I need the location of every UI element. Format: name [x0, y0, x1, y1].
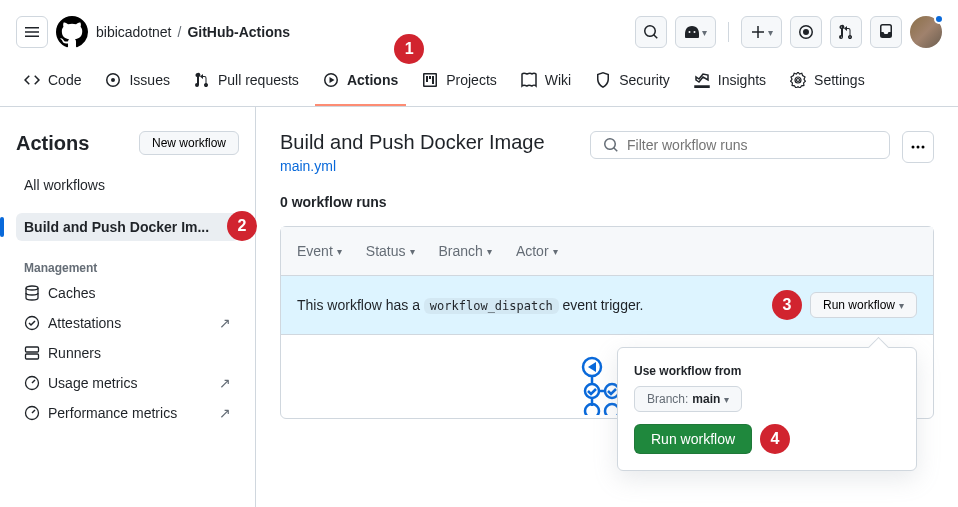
- server-icon: [24, 345, 40, 361]
- shield-icon: [595, 72, 611, 88]
- play-icon: [323, 72, 339, 88]
- pull-requests-button[interactable]: [830, 16, 862, 48]
- breadcrumb-repo[interactable]: GitHub-Actions: [187, 24, 290, 40]
- sidebar-usage-metrics[interactable]: Usage metrics↗: [16, 369, 239, 397]
- search-button[interactable]: [635, 16, 667, 48]
- graph-icon: [694, 72, 710, 88]
- hamburger-icon: [24, 24, 40, 40]
- user-avatar[interactable]: [910, 16, 942, 48]
- dispatch-info-text: This workflow has a workflow_dispatch ev…: [297, 297, 643, 313]
- notifications-button[interactable]: [870, 16, 902, 48]
- caret-down-icon: ▾: [410, 246, 415, 257]
- git-pull-request-icon: [838, 24, 854, 40]
- sidebar-attestations[interactable]: Attestations↗: [16, 309, 239, 337]
- github-logo[interactable]: [56, 16, 88, 48]
- tab-actions[interactable]: Actions 1: [315, 64, 406, 106]
- meter-icon: [24, 405, 40, 421]
- svg-point-10: [585, 384, 599, 398]
- gear-icon: [790, 72, 806, 88]
- kebab-menu[interactable]: [902, 131, 934, 163]
- run-workflow-panel: Use workflow from Branch: main ▾ Run wor…: [617, 347, 917, 471]
- search-input[interactable]: [627, 137, 877, 153]
- external-link-icon: ↗: [219, 375, 231, 391]
- caret-down-icon: ▾: [899, 300, 904, 311]
- issue-icon: [105, 72, 121, 88]
- github-icon: [56, 16, 88, 48]
- tab-projects[interactable]: Projects: [414, 64, 505, 106]
- branch-select[interactable]: Branch: main ▾: [634, 386, 742, 412]
- sidebar-section-management: Management: [16, 253, 239, 279]
- filter-status[interactable]: Status▾: [366, 243, 415, 259]
- caret-down-icon: ▾: [724, 394, 729, 405]
- external-link-icon: ↗: [219, 315, 231, 331]
- filter-event[interactable]: Event▾: [297, 243, 342, 259]
- breadcrumb-owner[interactable]: bibicadotnet: [96, 24, 172, 40]
- meter-icon: [24, 375, 40, 391]
- plus-icon: [750, 24, 766, 40]
- record-icon: [798, 24, 814, 40]
- caret-down-icon: ▾: [553, 246, 558, 257]
- database-icon: [24, 285, 40, 301]
- search-input-wrapper[interactable]: [590, 131, 890, 159]
- sidebar-runners[interactable]: Runners: [16, 339, 239, 367]
- code-icon: [24, 72, 40, 88]
- annotation-2: 2: [227, 211, 257, 241]
- svg-rect-3: [26, 354, 39, 359]
- page-title: Build and Push Docker Image: [280, 131, 578, 154]
- tab-code[interactable]: Code: [16, 64, 89, 106]
- caret-down-icon: ▾: [337, 246, 342, 257]
- tab-security[interactable]: Security: [587, 64, 678, 106]
- kebab-icon: [910, 139, 926, 155]
- notification-dot: [934, 14, 944, 24]
- search-icon: [643, 24, 659, 40]
- sidebar-workflow-selected[interactable]: Build and Push Docker Im... 2: [16, 213, 239, 241]
- tab-wiki[interactable]: Wiki: [513, 64, 579, 106]
- filter-branch[interactable]: Branch▾: [439, 243, 492, 259]
- annotation-3: 3: [772, 290, 802, 320]
- new-workflow-button[interactable]: New workflow: [139, 131, 239, 155]
- git-pull-request-icon: [194, 72, 210, 88]
- book-icon: [521, 72, 537, 88]
- search-icon: [603, 137, 619, 153]
- issues-button[interactable]: [790, 16, 822, 48]
- breadcrumb: bibicadotnet / GitHub-Actions: [96, 24, 290, 40]
- workflow-file-link[interactable]: main.yml: [280, 158, 336, 174]
- caret-down-icon: ▾: [702, 27, 707, 38]
- divider: [728, 22, 729, 42]
- verified-icon: [24, 315, 40, 331]
- create-button[interactable]: ▾: [741, 16, 782, 48]
- external-link-icon: ↗: [219, 405, 231, 421]
- filter-actor[interactable]: Actor▾: [516, 243, 558, 259]
- tab-issues[interactable]: Issues: [97, 64, 177, 106]
- svg-point-7: [917, 146, 920, 149]
- caret-down-icon: ▾: [768, 27, 773, 38]
- copilot-button[interactable]: ▾: [675, 16, 716, 48]
- breadcrumb-separator: /: [178, 24, 182, 40]
- project-icon: [422, 72, 438, 88]
- sidebar-title: Actions: [16, 132, 89, 155]
- inbox-icon: [878, 24, 894, 40]
- svg-point-8: [922, 146, 925, 149]
- run-workflow-dropdown-button[interactable]: Run workflow▾: [810, 292, 917, 318]
- hamburger-menu[interactable]: [16, 16, 48, 48]
- tab-insights[interactable]: Insights: [686, 64, 774, 106]
- tab-settings[interactable]: Settings: [782, 64, 873, 106]
- sidebar-caches[interactable]: Caches: [16, 279, 239, 307]
- svg-point-0: [26, 286, 38, 290]
- runs-count: 0 workflow runs: [280, 194, 934, 210]
- svg-rect-2: [26, 347, 39, 352]
- run-workflow-submit-button[interactable]: Run workflow: [634, 424, 752, 454]
- svg-point-6: [912, 146, 915, 149]
- annotation-4: 4: [760, 424, 790, 454]
- tab-pull-requests[interactable]: Pull requests: [186, 64, 307, 106]
- caret-down-icon: ▾: [487, 246, 492, 257]
- dropdown-label: Use workflow from: [634, 364, 900, 378]
- sidebar-all-workflows[interactable]: All workflows: [16, 171, 239, 199]
- copilot-icon: [684, 24, 700, 40]
- sidebar-performance-metrics[interactable]: Performance metrics↗: [16, 399, 239, 427]
